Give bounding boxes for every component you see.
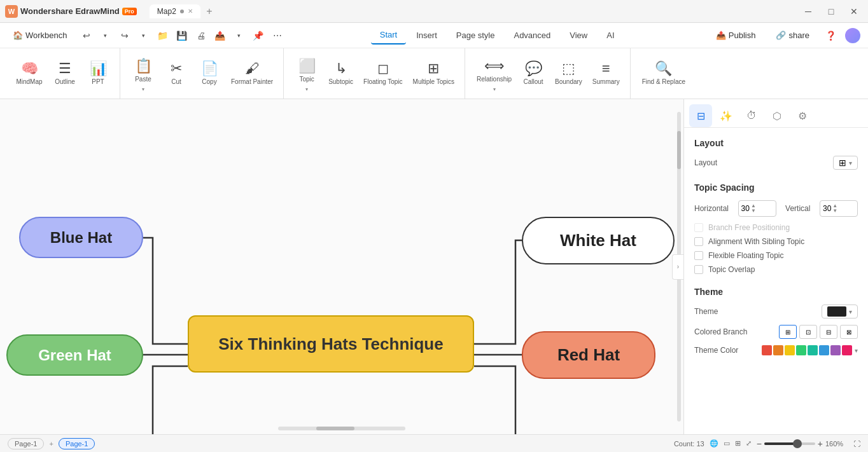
maximize-button[interactable]: □ (822, 3, 840, 20)
open-folder-button[interactable]: 📁 (154, 27, 172, 45)
paste-arrow[interactable]: ▾ (142, 86, 144, 92)
share-button[interactable]: 🔗 share (768, 27, 817, 43)
color-orange[interactable] (773, 345, 783, 355)
branch-icon-1[interactable]: ⊞ (779, 325, 797, 339)
boundary-button[interactable]: ⬚ Boundary (550, 58, 587, 89)
menu-page-style[interactable]: Page style (447, 27, 504, 44)
undo-arrow[interactable]: ▾ (97, 27, 115, 45)
tab-close-btn[interactable]: ✕ (188, 8, 193, 15)
zoom-thumb[interactable] (793, 439, 802, 448)
branch-icon-4[interactable]: ⊠ (840, 325, 858, 339)
theme-dropdown-arrow[interactable]: ▾ (849, 308, 852, 315)
summary-button[interactable]: ≡ Summary (587, 58, 625, 89)
multiple-topics-button[interactable]: ⊞ Multiple Topics (408, 58, 459, 89)
copy-button[interactable]: 📄 Copy (193, 58, 226, 89)
menu-insert[interactable]: Insert (407, 27, 446, 44)
relationship-button[interactable]: ⟺ Relationship (472, 55, 517, 86)
relationship-icon: ⟺ (484, 59, 505, 73)
topic-icon: ⬜ (298, 59, 316, 73)
collapse-panel-button[interactable]: › (672, 254, 683, 280)
format-painter-button[interactable]: 🖌 Format Painter (226, 58, 278, 89)
export-button[interactable]: 📤 (211, 27, 229, 45)
horizontal-input[interactable]: 30 ▲ ▼ (738, 200, 776, 217)
redo-arrow[interactable]: ▾ (135, 27, 153, 45)
vertical-down[interactable]: ▼ (832, 209, 837, 214)
menu-ai[interactable]: AI (598, 27, 623, 44)
print-button[interactable]: 🖨 (192, 27, 210, 45)
view-icon-2[interactable]: ⊞ (735, 439, 741, 448)
node-central[interactable]: Six Thinking Hats Technique (188, 315, 474, 373)
theme-color-arrow[interactable]: ▾ (855, 347, 858, 354)
panel-tab-ai[interactable]: ✨ (715, 104, 738, 127)
node-blue[interactable]: Blue Hat (19, 217, 143, 258)
workbench-button[interactable]: 🏠 Workbench (8, 28, 73, 43)
layout-dropdown-arrow[interactable]: ▾ (849, 160, 852, 167)
fullscreen-button[interactable]: ⛶ (853, 440, 860, 448)
tab-map2[interactable]: Map2 ✕ (150, 4, 200, 18)
minimize-button[interactable]: ─ (799, 3, 817, 20)
help-button[interactable]: ❓ (822, 27, 840, 45)
app-name: Wondershare EdrawMind (20, 6, 120, 16)
relationship-arrow[interactable]: ▾ (493, 86, 496, 92)
horizontal-stepper[interactable]: ▲ ▼ (751, 203, 756, 214)
page-tab-1[interactable]: Page-1 (8, 438, 44, 449)
node-red[interactable]: Red Hat (522, 331, 655, 379)
floating-topic-button[interactable]: ◻ Floating Topic (358, 58, 408, 89)
branch-icon-2[interactable]: ⊡ (799, 325, 817, 339)
close-button[interactable]: ✕ (845, 3, 863, 20)
node-white[interactable]: White Hat (522, 217, 675, 264)
zoom-in-button[interactable]: + (818, 439, 823, 449)
share-save-button[interactable]: 📌 (249, 27, 267, 45)
fit-icon[interactable]: ⤢ (746, 439, 752, 448)
save-button[interactable]: 💾 (173, 27, 191, 45)
view-icon-1[interactable]: ▭ (724, 439, 730, 448)
node-green[interactable]: Green Hat (6, 334, 143, 376)
topic-arrow[interactable]: ▾ (305, 86, 308, 92)
color-purple[interactable] (830, 345, 841, 355)
paste-button[interactable]: 📋 Paste (127, 55, 160, 86)
color-teal[interactable] (808, 345, 818, 355)
vertical-stepper[interactable]: ▲ ▼ (832, 203, 837, 214)
panel-tab-history[interactable]: ⏱ (740, 104, 763, 127)
panel-tab-settings[interactable]: ⚙ (791, 104, 814, 127)
panel-tab-layout[interactable]: ⊟ (689, 104, 712, 127)
color-pink[interactable] (842, 345, 852, 355)
subtopic-button[interactable]: ↳ Subtopic (323, 58, 358, 89)
canvas[interactable]: Six Thinking Hats Technique Blue Hat Gre… (0, 99, 683, 434)
horizontal-scrollbar[interactable] (278, 427, 405, 430)
user-avatar[interactable] (845, 28, 860, 43)
ppt-button[interactable]: 📊 PPT (81, 58, 115, 89)
undo-button[interactable]: ↩ (78, 27, 95, 45)
menu-start[interactable]: Start (371, 26, 406, 45)
color-blue[interactable] (819, 345, 829, 355)
layout-picker[interactable]: ⊞ ▾ (833, 156, 858, 170)
more-button[interactable]: ⋯ (269, 27, 286, 45)
menu-advanced[interactable]: Advanced (505, 27, 559, 44)
zoom-out-button[interactable]: − (757, 439, 762, 449)
topic-button[interactable]: ⬜ Topic (290, 55, 323, 86)
mindmap-button[interactable]: 🧠 MindMap (10, 58, 48, 89)
find-replace-button[interactable]: 🔍 Find & Replace (637, 58, 690, 89)
menu-view[interactable]: View (561, 27, 596, 44)
cut-button[interactable]: ✂ Cut (160, 58, 193, 89)
overlap-checkbox[interactable] (694, 265, 703, 274)
page-tab-active[interactable]: Page-1 (59, 438, 95, 449)
zoom-slider[interactable] (764, 442, 815, 445)
color-red[interactable] (762, 345, 772, 355)
color-green[interactable] (796, 345, 806, 355)
redo-button[interactable]: ↪ (116, 27, 134, 45)
export-arrow[interactable]: ▾ (230, 27, 248, 45)
panel-tab-style[interactable]: ⬡ (766, 104, 788, 127)
alignment-checkbox[interactable] (694, 237, 703, 246)
flexible-checkbox[interactable] (694, 251, 703, 260)
callout-button[interactable]: 💬 Callout (517, 58, 550, 89)
horizontal-down[interactable]: ▼ (751, 209, 756, 214)
color-yellow[interactable] (785, 345, 795, 355)
branch-icon-3[interactable]: ⊟ (820, 325, 837, 339)
add-page-button[interactable]: + (49, 440, 53, 448)
vertical-input[interactable]: 30 ▲ ▼ (820, 200, 858, 217)
add-tab-button[interactable]: + (202, 4, 217, 19)
publish-button[interactable]: 📤 Publish (708, 27, 764, 43)
outline-button[interactable]: ☰ Outline (48, 58, 81, 89)
theme-picker[interactable]: ▾ (822, 305, 858, 318)
